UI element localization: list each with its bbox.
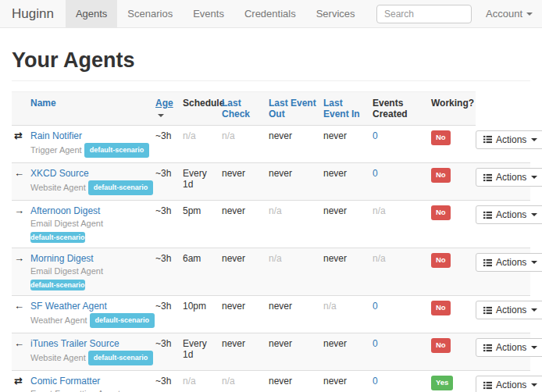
actions-button-label: Actions — [496, 342, 526, 353]
cell-working: No — [431, 201, 476, 248]
chevron-down-icon — [531, 138, 537, 141]
agent-type-label: Email Digest Agent — [30, 219, 103, 228]
cell-age: ~3h — [155, 333, 183, 371]
working-status-badge: No — [431, 253, 451, 268]
cell-working: No — [431, 333, 476, 371]
cell-last-check: never — [222, 296, 269, 333]
working-status-badge: No — [431, 205, 451, 220]
chevron-down-icon — [531, 346, 537, 349]
cell-age: ~3h — [155, 163, 183, 201]
agent-type-line: Website Agentdefault-scenario — [30, 351, 149, 365]
cell-last-check: n/a — [222, 371, 269, 392]
events-created-link[interactable]: 0 — [373, 376, 378, 387]
cell-working: No — [431, 248, 476, 296]
agent-type-label: Email Digest Agent — [30, 266, 103, 276]
account-menu[interactable]: Account — [486, 8, 533, 20]
column-header-events-created: Events Created — [373, 92, 431, 126]
cell-schedule: Every 1d — [183, 333, 222, 371]
table-row: → Afternoon Digest Email Digest Agentdef… — [12, 201, 530, 248]
actions-button-label: Actions — [496, 134, 526, 145]
events-created-link[interactable]: 0 — [373, 338, 378, 349]
arrow-left-icon: ← — [14, 167, 24, 179]
nav-item-credentials[interactable]: Credentials — [234, 0, 306, 27]
column-header-last-event-out[interactable]: Last Event Out — [269, 92, 323, 126]
cell-last-check: never — [222, 333, 269, 371]
scenario-badge[interactable]: default-scenario — [90, 313, 155, 328]
agent-name-link[interactable]: Comic Formatter — [30, 376, 100, 387]
agent-name-link[interactable]: XKCD Source — [30, 168, 89, 179]
navbar: Huginn AgentsScenariosEventsCredentialsS… — [0, 0, 542, 28]
navbar-right: Account — [376, 0, 542, 27]
agent-name-link[interactable]: Morning Digest — [30, 253, 94, 264]
nav-item-agents[interactable]: Agents — [66, 0, 117, 27]
main-nav: AgentsScenariosEventsCredentialsServices — [66, 0, 365, 27]
search-input[interactable] — [376, 5, 472, 23]
table-row: ← SF Weather Agent Weather Agentdefault-… — [12, 296, 530, 333]
column-header-name[interactable]: Name — [30, 92, 155, 126]
cell-last-event-in: never — [323, 248, 373, 296]
cell-schedule: Every 1d — [183, 163, 222, 201]
cell-events-created: 0 — [373, 296, 431, 333]
cell-last-event-in: never — [323, 126, 373, 163]
column-header-age[interactable]: Age — [155, 92, 183, 126]
actions-button[interactable]: Actions — [476, 338, 542, 357]
events-created-value: n/a — [373, 205, 386, 216]
agent-type-line: Trigger Agentdefault-scenario — [30, 143, 149, 158]
agent-name-link[interactable]: Afternoon Digest — [30, 205, 100, 216]
list-icon — [483, 306, 492, 315]
scenario-badge[interactable]: default-scenario — [88, 180, 154, 195]
cell-age: ~3h — [155, 248, 183, 296]
column-header-last-check[interactable]: Last Check — [222, 92, 269, 126]
cell-last-event-out: n/a — [269, 248, 323, 296]
scenario-badge[interactable]: default-scenario — [84, 143, 150, 158]
scenario-badge[interactable]: default-scenario — [30, 232, 85, 243]
working-status-badge: No — [431, 301, 451, 315]
agent-type-line: Website Agentdefault-scenario — [30, 180, 149, 195]
cell-last-event-out: n/a — [269, 201, 323, 248]
table-row: ⇄ Rain Notifier Trigger Agentdefault-sce… — [12, 126, 530, 163]
actions-button[interactable]: Actions — [476, 253, 542, 272]
cell-last-event-in: never — [323, 163, 373, 201]
agent-type-line: Event Formatting Agentdefault-scenario — [30, 388, 149, 392]
agent-name-link[interactable]: SF Weather Agent — [30, 301, 107, 312]
actions-button[interactable]: Actions — [476, 205, 542, 224]
cell-working: No — [431, 296, 476, 333]
divider — [12, 80, 530, 81]
actions-button[interactable]: Actions — [476, 130, 542, 149]
events-created-link[interactable]: 0 — [373, 168, 378, 179]
agent-name-link[interactable]: Rain Notifier — [30, 130, 82, 141]
cell-last-check: never — [222, 163, 269, 201]
column-header-last-event-in[interactable]: Last Event In — [323, 92, 373, 126]
chevron-down-icon — [531, 213, 537, 216]
agent-name-link[interactable]: iTunes Trailer Source — [30, 338, 119, 349]
cell-schedule: 5pm — [183, 201, 222, 248]
table-row: ← XKCD Source Website Agentdefault-scena… — [12, 163, 530, 201]
actions-button[interactable]: Actions — [476, 301, 542, 319]
scenario-badge[interactable]: default-scenario — [88, 351, 154, 365]
arrow-right-icon: → — [14, 205, 24, 216]
scenario-badge[interactable]: default-scenario — [30, 280, 85, 290]
events-created-link[interactable]: 0 — [373, 130, 378, 141]
cell-age: ~3h — [155, 201, 183, 248]
agents-table: NameAgeScheduleLast CheckLast Event OutL… — [12, 91, 530, 392]
events-created-link[interactable]: 0 — [373, 301, 378, 312]
brand-link[interactable]: Huginn — [0, 0, 66, 27]
exchange-icon: ⇄ — [14, 375, 23, 387]
page-title: Your Agents — [12, 48, 530, 73]
actions-button[interactable]: Actions — [476, 376, 542, 392]
list-icon — [483, 135, 492, 144]
actions-button[interactable]: Actions — [476, 168, 542, 187]
nav-item-events[interactable]: Events — [183, 0, 234, 27]
cell-last-event-in: never — [323, 333, 373, 371]
nav-item-scenarios[interactable]: Scenarios — [117, 0, 183, 27]
arrow-right-icon: → — [14, 252, 24, 264]
cell-schedule: 6am — [183, 248, 222, 296]
chevron-down-icon — [531, 308, 537, 312]
agent-type-label: Weather Agent — [30, 315, 87, 325]
sort-desc-icon — [158, 114, 164, 117]
nav-item-services[interactable]: Services — [306, 0, 365, 27]
cell-working: Yes — [431, 371, 476, 392]
events-created-value: n/a — [373, 253, 386, 264]
cell-events-created: 0 — [373, 126, 431, 163]
cell-age: ~3h — [155, 296, 183, 333]
